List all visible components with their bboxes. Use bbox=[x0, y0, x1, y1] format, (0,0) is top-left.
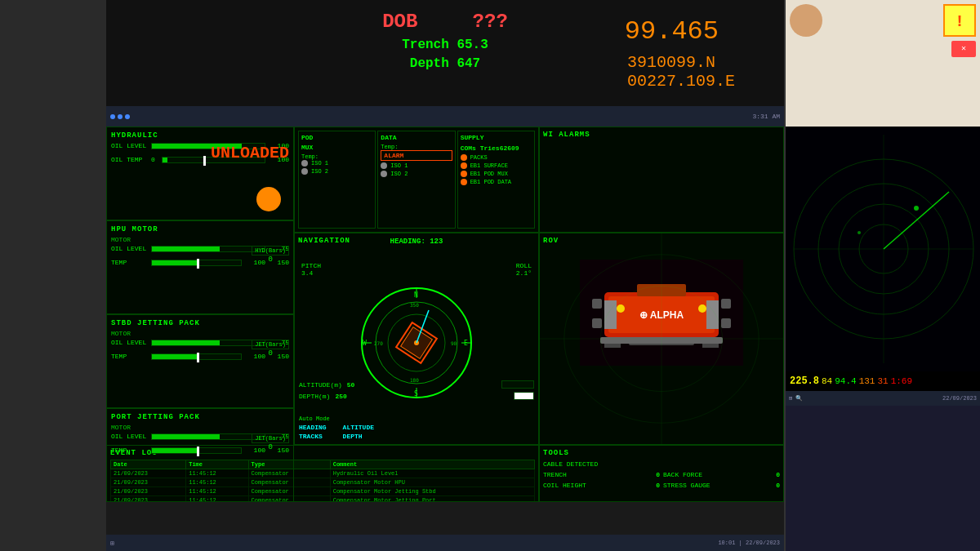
stbd-jet-indicator: JET(Bars) 0 bbox=[252, 340, 289, 358]
data-iso1-dot bbox=[381, 162, 387, 169]
mux-iso2-dot bbox=[301, 168, 308, 175]
radar-svg bbox=[786, 127, 980, 371]
stbd-temp-indicator bbox=[197, 353, 199, 362]
stbd-panel: STBD JETTING PACK MOTOR OIL LEVEL 75 TEM… bbox=[106, 314, 294, 408]
eb1-pod-data-dot bbox=[461, 179, 467, 185]
roll-value: 2.1° bbox=[516, 269, 532, 277]
stbd-title: STBD JETTING PACK bbox=[111, 319, 289, 327]
pitch-label: PITCH bbox=[301, 262, 321, 269]
depth-bar bbox=[514, 392, 534, 400]
data-iso1-label: ISO 1 bbox=[390, 162, 408, 169]
eb1-pod-mux-dot bbox=[461, 171, 467, 177]
heading-label: HEADING: bbox=[390, 238, 425, 246]
eb1-surface-dot bbox=[461, 162, 467, 169]
stbd-jet-value: 0 bbox=[252, 349, 289, 358]
taskbar-time-bottom: 10:01 | 22/09/2023 bbox=[718, 540, 780, 546]
auto-mode-label: Auto Mode bbox=[299, 415, 534, 422]
stbd-oil-level-label: OIL LEVEL bbox=[111, 339, 148, 346]
svg-rect-30 bbox=[637, 284, 686, 296]
log-col-comment: Comment bbox=[330, 460, 534, 469]
right-val-1: 225.8 bbox=[790, 375, 819, 387]
right-val-3: 94.4 bbox=[835, 376, 856, 386]
mux-iso1-dot bbox=[301, 160, 308, 167]
svg-text:270: 270 bbox=[374, 340, 383, 346]
depth-value: 250 bbox=[335, 393, 346, 400]
bottom-taskbar: ⊞ 10:01 | 22/09/2023 bbox=[106, 535, 784, 551]
stbd-temp-bar bbox=[151, 353, 242, 360]
alert-box: ! bbox=[943, 4, 976, 37]
right-taskbar: ⊞ 🔍 22/09/2023 bbox=[786, 391, 980, 406]
alarm-label: ALARM bbox=[381, 150, 452, 161]
hpu-oil-level-bar bbox=[151, 246, 265, 252]
port-temp-indicator bbox=[197, 447, 199, 456]
hydraulic-title: HYDRAULIC bbox=[111, 131, 289, 140]
tools-panel: TOOLS CABLE DETECTED TRENCH 0 BACK FORCE… bbox=[539, 445, 784, 502]
right-taskbar-label: ⊞ 🔍 bbox=[789, 395, 803, 402]
right-val-5: 31 bbox=[877, 376, 888, 386]
altitude-label: ALTITUDE(m) bbox=[299, 381, 342, 389]
right-val-4: 131 bbox=[859, 376, 875, 386]
mux-temp-label: Temp: bbox=[301, 153, 372, 160]
svg-point-35 bbox=[698, 304, 706, 313]
port-jet-value: 0 bbox=[252, 443, 289, 451]
svg-rect-26 bbox=[721, 299, 731, 309]
eb1-pod-data-label: EB1 POD DATA bbox=[470, 179, 511, 185]
hpu-temp-bar bbox=[151, 260, 242, 266]
close-button-right[interactable]: ✕ bbox=[951, 41, 976, 57]
roll-display: ROLL 2.1° bbox=[516, 262, 532, 277]
depth-label: DEPTH(m) bbox=[299, 393, 330, 400]
svg-text:N: N bbox=[414, 291, 418, 299]
pod-mux-group: POD MUX Temp: ISO 1 ISO 2 bbox=[298, 131, 376, 229]
unloaded-status: UNLOADED bbox=[211, 144, 289, 162]
rov-display: ⊕ ALPHA bbox=[543, 247, 780, 378]
stress-gauge-label: STRESS GAUGE bbox=[663, 482, 710, 489]
taskbar-bottom-info: ⊞ bbox=[110, 540, 114, 547]
hpu-temp-indicator bbox=[197, 259, 199, 269]
hyd-value: 0 bbox=[252, 256, 289, 264]
eb1-surface-label: EB1 SURFACE bbox=[470, 162, 508, 169]
tools-grid: CABLE DETECTED TRENCH 0 BACK FORCE 0 COI… bbox=[543, 460, 780, 489]
log-cell-comment: Hydraulic Oil Level bbox=[330, 469, 534, 478]
svg-text:W: W bbox=[363, 340, 367, 347]
wi-alarms-panel: WI ALARMS bbox=[539, 127, 784, 233]
hpu-motor-panel: HPU MOTOR MOTOR OIL LEVEL 75 TEMP bbox=[106, 220, 294, 314]
heading-display: HEADING: 123 bbox=[390, 238, 443, 246]
port-title: PORT JETTING PACK bbox=[111, 413, 289, 421]
roll-label: ROLL bbox=[516, 262, 532, 269]
oil-temp-fill bbox=[163, 158, 167, 162]
packs-dot bbox=[461, 154, 467, 161]
stbd-jet-label: JET(Bars) bbox=[252, 340, 289, 349]
trench-row: TRENCH 0 bbox=[543, 471, 660, 478]
coil-height-value: 0 bbox=[656, 482, 660, 489]
right-panel-top: ! ✕ bbox=[786, 0, 980, 127]
supply-coms-group: SUPPLY COMs Tries62609 PACKS EB1 SURFACE… bbox=[457, 131, 535, 229]
hydraulic-panel: HYDRAULIC OIL LEVEL 100 OIL TEMP 0 100 U… bbox=[106, 127, 294, 220]
altitude-depth-area: ALTITUDE(m) 50 DEPTH(m) 250 bbox=[299, 380, 534, 403]
depth-mode-label: DEPTH bbox=[343, 433, 374, 440]
coil-height-row: COIL HEIGHT 0 bbox=[543, 482, 660, 489]
pod-section: POD MUX Temp: ISO 1 ISO 2 DATA Temp: ALA… bbox=[294, 127, 539, 233]
back-force-label: BACK FORCE bbox=[663, 471, 702, 478]
altitude-mode-label: ALTITUDE bbox=[343, 424, 374, 431]
hyd-indicator: HYD(Bars) 0 bbox=[252, 246, 289, 264]
stress-gauge-value: 0 bbox=[776, 482, 780, 489]
rov-panel: ROV ⊕ ALPHA bbox=[539, 233, 784, 445]
rov-svg: ⊕ ALPHA bbox=[580, 260, 743, 366]
back-force-row: BACK FORCE 0 bbox=[663, 471, 780, 478]
top-id: DOB bbox=[382, 11, 417, 33]
port-oil-level-fill bbox=[152, 434, 220, 439]
svg-point-48 bbox=[914, 206, 919, 211]
start-button[interactable] bbox=[110, 114, 115, 119]
oil-level-label: OIL LEVEL bbox=[111, 142, 148, 149]
stbd-oil-level-bar bbox=[151, 340, 265, 346]
port-oil-level-bar bbox=[151, 433, 265, 440]
right-panel-bottom: 225.8 84 94.4 131 31 1:69 ⊞ 🔍 22/09/2023 bbox=[786, 371, 980, 551]
oil-temp-label: OIL TEMP bbox=[111, 156, 148, 163]
avatar-image bbox=[790, 4, 822, 37]
right-panel: ! ✕ 225.8 84 94 bbox=[784, 0, 980, 551]
port-oil-level-label: OIL LEVEL bbox=[111, 433, 148, 440]
top-depth: Depth 647 bbox=[410, 56, 480, 71]
port-temp-fill bbox=[152, 448, 197, 453]
oil-temp-indicator bbox=[203, 156, 206, 166]
hpu-subtitle: MOTOR bbox=[111, 236, 289, 243]
